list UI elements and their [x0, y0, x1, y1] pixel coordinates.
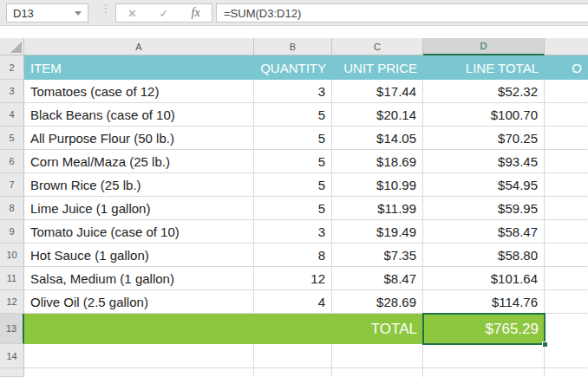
- cell-line-total[interactable]: $93.45: [423, 150, 545, 173]
- cell-empty[interactable]: [545, 314, 588, 344]
- row-header-13-selected[interactable]: 13: [0, 314, 24, 344]
- cell-empty[interactable]: [24, 344, 254, 368]
- cell-unit-price[interactable]: $8.47: [332, 267, 423, 290]
- cell-line-total[interactable]: $70.25: [423, 127, 545, 150]
- cell-item[interactable]: All Purpose Flour (50 lb.): [24, 127, 254, 150]
- cell-empty[interactable]: [545, 150, 588, 173]
- row-header[interactable]: 11: [0, 267, 24, 290]
- cell-item[interactable]: Lime Juice (1 gallon): [24, 197, 254, 220]
- cell-item-header[interactable]: ITEM: [24, 55, 254, 80]
- cell-b13[interactable]: [254, 314, 332, 344]
- cell-empty[interactable]: [545, 103, 588, 127]
- cell-qty[interactable]: 5: [254, 173, 332, 197]
- cell-empty[interactable]: [332, 344, 423, 368]
- cell-qty[interactable]: 4: [254, 290, 332, 314]
- row-header[interactable]: 9: [0, 220, 24, 244]
- cell-empty[interactable]: [545, 368, 588, 377]
- cell-line-total[interactable]: $54.95: [423, 173, 545, 197]
- table-row: 3 Tomatoes (case of 12) 3 $17.44 $52.32: [0, 80, 588, 103]
- row-header[interactable]: 6: [0, 150, 24, 173]
- cell-empty[interactable]: [254, 368, 332, 377]
- cell-qty[interactable]: 3: [254, 80, 332, 103]
- column-header-e-partial[interactable]: [545, 38, 588, 55]
- row-header[interactable]: 10: [0, 244, 24, 267]
- cell-item[interactable]: Brown Rice (25 lb.): [24, 173, 254, 197]
- cell-empty[interactable]: [545, 173, 588, 197]
- cell-item[interactable]: Tomato Juice (case of 10): [24, 220, 254, 244]
- column-header-d-selected[interactable]: D: [423, 38, 545, 55]
- cell-empty[interactable]: [545, 244, 588, 267]
- cell-qty[interactable]: 5: [254, 150, 332, 173]
- column-header-b[interactable]: B: [254, 38, 332, 55]
- cell-unit-price[interactable]: $18.69: [332, 150, 423, 173]
- cell-unit-price[interactable]: $28.69: [332, 290, 423, 314]
- cell-qty[interactable]: 5: [254, 197, 332, 220]
- cell-empty[interactable]: [545, 290, 588, 314]
- cell-empty[interactable]: [254, 344, 332, 368]
- cell-empty[interactable]: [423, 368, 545, 377]
- column-header-c[interactable]: C: [332, 38, 423, 55]
- cell-total-label[interactable]: TOTAL: [332, 314, 423, 344]
- cell-line-total[interactable]: $59.95: [423, 197, 545, 220]
- cell-line-total[interactable]: $52.32: [423, 80, 545, 103]
- cell-line-total[interactable]: $100.70: [423, 103, 545, 127]
- row-header-2[interactable]: 2: [0, 55, 24, 80]
- cell-unit-price[interactable]: $17.44: [332, 80, 423, 103]
- cell-item[interactable]: Corn Meal/Maza (25 lb.): [24, 150, 254, 173]
- enter-icon[interactable]: ✓: [149, 7, 178, 20]
- cell-line-total[interactable]: $58.80: [423, 244, 545, 267]
- total-row: 13 TOTAL $765.29: [0, 314, 588, 344]
- cell-empty[interactable]: [545, 197, 588, 220]
- row-header[interactable]: 3: [0, 80, 24, 103]
- cell-unit-price[interactable]: $19.49: [332, 220, 423, 244]
- formula-input[interactable]: =SUM(D3:D12): [216, 3, 588, 23]
- name-box-dropdown-icon[interactable]: [75, 11, 82, 16]
- row-header-partial[interactable]: [0, 368, 24, 377]
- cell-unit-price[interactable]: $7.35: [332, 244, 423, 267]
- cell-empty[interactable]: [545, 267, 588, 290]
- cell-item[interactable]: Hot Sauce (1 gallon): [24, 244, 254, 267]
- table-row: 4 Black Beans (case of 10) 5 $20.14 $100…: [0, 103, 588, 127]
- cell-unit-price[interactable]: $10.99: [332, 173, 423, 197]
- row-header[interactable]: 5: [0, 127, 24, 150]
- cancel-icon[interactable]: ✕: [118, 7, 147, 20]
- cell-item[interactable]: Black Beans (case of 10): [24, 103, 254, 127]
- cell-empty[interactable]: [24, 368, 254, 377]
- cell-item[interactable]: Olive Oil (2.5 gallon): [24, 290, 254, 314]
- cell-line-total-header[interactable]: LINE TOTAL: [423, 55, 545, 80]
- cell-qty[interactable]: 12: [254, 267, 332, 290]
- select-all-button[interactable]: [0, 38, 24, 55]
- row-header[interactable]: 7: [0, 173, 24, 197]
- cell-empty[interactable]: [545, 80, 588, 103]
- cell-qty[interactable]: 5: [254, 103, 332, 127]
- cell-empty[interactable]: [423, 344, 545, 368]
- cell-empty[interactable]: [545, 127, 588, 150]
- cell-qty[interactable]: 3: [254, 220, 332, 244]
- cell-quantity-header[interactable]: QUANTITY: [254, 55, 332, 80]
- cell-empty[interactable]: [332, 368, 423, 377]
- cell-line-total[interactable]: $114.76: [423, 290, 545, 314]
- cell-qty[interactable]: 5: [254, 127, 332, 150]
- selected-cell-d13[interactable]: $765.29: [423, 314, 545, 344]
- insert-function-icon[interactable]: fx: [181, 6, 210, 20]
- fill-handle[interactable]: [542, 341, 548, 348]
- row-header[interactable]: 4: [0, 103, 24, 127]
- cell-empty[interactable]: [545, 220, 588, 244]
- cell-unit-price-header[interactable]: UNIT PRICE: [332, 55, 423, 80]
- cell-line-total[interactable]: $101.64: [423, 267, 545, 290]
- cell-unit-price[interactable]: $11.99: [332, 197, 423, 220]
- cell-empty[interactable]: [545, 344, 588, 368]
- row-header[interactable]: 12: [0, 290, 24, 314]
- cell-a13[interactable]: [24, 314, 254, 344]
- column-header-a[interactable]: A: [24, 38, 254, 55]
- cell-line-total[interactable]: $58.47: [423, 220, 545, 244]
- cell-unit-price[interactable]: $14.05: [332, 127, 423, 150]
- row-header-14[interactable]: 14: [0, 344, 24, 368]
- cell-unit-price[interactable]: $20.14: [332, 103, 423, 127]
- cell-e2-partial[interactable]: O: [545, 55, 588, 80]
- cell-qty[interactable]: 8: [254, 244, 332, 267]
- name-box[interactable]: D13: [6, 3, 88, 23]
- cell-item[interactable]: Tomatoes (case of 12): [24, 80, 254, 103]
- cell-item[interactable]: Salsa, Medium (1 gallon): [24, 267, 254, 290]
- row-header[interactable]: 8: [0, 197, 24, 220]
